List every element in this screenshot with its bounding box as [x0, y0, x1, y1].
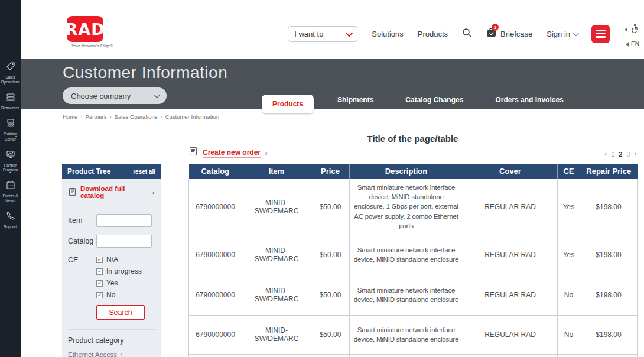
chevron-left-icon	[625, 27, 627, 32]
catalog-filter-row: Catalog	[68, 235, 155, 248]
top-header: RAD Your Network's Edge® I want to Solut…	[21, 0, 644, 59]
table-row[interactable]	[189, 354, 638, 357]
products-table: Catalog Item Price Description Cover CE …	[188, 164, 637, 357]
breadcrumb-customer-information: Customer Information	[165, 113, 219, 120]
tab-orders-invoices[interactable]: Orders and Invoices	[487, 90, 571, 113]
create-new-order-label: Create new order	[203, 148, 261, 158]
brand-tagline: Your Network's Edge®	[60, 44, 125, 48]
ce-options: ✓ N/A ✓ In progress ✓ Yes ✓ No	[96, 255, 142, 299]
checkbox-checked-icon: ✓	[96, 257, 103, 263]
sidebar-item-label: Partner Program	[0, 163, 21, 173]
col-header-item: Item	[242, 164, 311, 178]
col-header-cover: Cover	[463, 164, 558, 178]
table-title: Title of the page/table	[188, 134, 637, 144]
sidebar-item-label: Sales Operations	[0, 75, 21, 85]
breadcrumb-separator: ›	[109, 113, 111, 120]
tab-shipments[interactable]: Shipments	[329, 90, 382, 113]
order-form-icon	[188, 147, 199, 159]
tab-catalog-changes[interactable]: Catalog Changes	[397, 90, 471, 113]
chevron-down-icon	[346, 29, 353, 37]
sidebar-item-partner-program[interactable]: Partner Program	[0, 150, 21, 173]
search-button[interactable]: Search	[96, 305, 145, 320]
table-row[interactable]: 6790000000 MINID-SW/DEMARC $50.00 Smart …	[189, 315, 638, 354]
company-select-label: Choose company	[71, 92, 131, 100]
sidebar-item-training-center[interactable]: Training Center	[0, 118, 21, 141]
chevron-right-icon: ›	[152, 189, 155, 197]
pagination-prev[interactable]: ‹	[604, 150, 607, 158]
sign-in-button[interactable]: Sign in	[547, 30, 577, 38]
download-catalog-link[interactable]: Download full catalog ›	[68, 185, 155, 200]
sidebar-item-resources[interactable]: Resources	[0, 92, 21, 111]
sidebar-item-label: Events & News	[0, 194, 21, 203]
edge-widgets: EN	[616, 21, 644, 50]
category-ethernet-access[interactable]: Ethernet Access ›	[68, 350, 155, 357]
main-nav: I want to Solutions Products 1 Briefcase…	[288, 24, 610, 43]
item-input[interactable]	[96, 214, 152, 227]
breadcrumb-partners[interactable]: Partners	[86, 113, 107, 120]
catalog-label: Catalog	[68, 237, 96, 245]
sidebar-item-label: Resources	[1, 106, 19, 111]
breadcrumb: Home › Partners › Sales Operations › Cus…	[63, 113, 219, 120]
table-row[interactable]: 6790000000 MINID-SW/DEMARC $50.00 Smart …	[189, 275, 638, 315]
pagination-next[interactable]: ›	[635, 150, 637, 158]
product-tree-panel: Product Tree reset all Download full cat…	[62, 164, 161, 357]
catalog-icon	[68, 187, 77, 199]
checkbox-checked-icon: ✓	[96, 268, 103, 275]
table-row[interactable]: 6790000000 MINID-SW/DEMARC $50.00 Smart …	[189, 235, 638, 275]
page-title: Customer Information	[63, 63, 227, 82]
col-header-description: Description	[350, 164, 463, 178]
pagination: ‹ 1 2 3 ›	[604, 150, 637, 159]
checkbox-checked-icon: ✓	[96, 280, 103, 287]
sign-in-label: Sign in	[547, 30, 570, 38]
ce-filter-row: CE ✓ N/A ✓ In progress ✓ Yes ✓ No	[68, 255, 155, 299]
tag-icon	[6, 61, 15, 73]
tab-products[interactable]: Products	[262, 95, 314, 113]
col-header-repair-price: Repair Price	[580, 164, 638, 178]
sidebar-item-events-news[interactable]: Events & News	[0, 180, 21, 203]
item-filter-row: Item	[68, 214, 155, 227]
catalog-input[interactable]	[96, 235, 152, 248]
sidebar-item-sales-operations[interactable]: Sales Operations	[0, 61, 21, 85]
company-select[interactable]: Choose company	[63, 87, 167, 104]
nav-link-products[interactable]: Products	[418, 30, 448, 38]
sidebar-item-label: Training Center	[0, 132, 21, 141]
ce-option-na[interactable]: ✓ N/A	[96, 255, 142, 264]
chevron-right-icon: ›	[265, 149, 268, 157]
training-icon	[6, 118, 15, 130]
breadcrumb-home[interactable]: Home	[63, 113, 77, 120]
chevron-down-icon	[154, 92, 160, 98]
i-want-to-label: I want to	[294, 30, 323, 38]
i-want-to-select[interactable]: I want to	[288, 26, 357, 42]
table-row[interactable]: 6790000000 MINID-SW/DEMARC $50.00 Smart …	[189, 178, 638, 235]
product-tree-title: Product Tree	[67, 167, 110, 176]
sidebar-item-support[interactable]: Support	[0, 211, 21, 229]
resources-icon	[6, 92, 15, 104]
ce-option-yes[interactable]: ✓ Yes	[96, 279, 142, 287]
table-toolbar: Create new order › ‹ 1 2 3 ›	[188, 147, 637, 159]
pagination-page-1[interactable]: 1	[611, 151, 614, 158]
rad-logo[interactable]: RAD	[67, 16, 103, 42]
briefcase-button[interactable]: 1 Briefcase	[486, 28, 532, 40]
ce-option-no[interactable]: ✓ No	[96, 291, 142, 299]
pagination-page-2-current[interactable]: 2	[619, 151, 622, 158]
accessibility-icon	[630, 24, 639, 35]
breadcrumb-sales-operations[interactable]: Sales Operations	[115, 113, 158, 120]
page-header-band: Customer Information Choose company Prod…	[21, 59, 644, 109]
language-label: EN	[631, 41, 639, 47]
menu-button[interactable]	[591, 25, 610, 43]
sidebar-item-label: Support	[4, 225, 17, 229]
chevron-left-icon	[626, 42, 629, 47]
phone-icon	[6, 211, 15, 223]
search-icon[interactable]	[462, 28, 472, 40]
reset-all-link[interactable]: reset all	[133, 168, 155, 175]
ce-option-in-progress[interactable]: ✓ In progress	[96, 267, 142, 275]
language-widget[interactable]: EN	[616, 38, 644, 50]
ce-label: CE	[68, 255, 96, 264]
create-new-order-link[interactable]: Create new order ›	[188, 147, 268, 159]
app-sidebar: Sales Operations Resources Training Cent…	[0, 0, 21, 357]
nav-link-solutions[interactable]: Solutions	[372, 30, 403, 38]
col-header-price: Price	[311, 164, 350, 178]
pagination-page-3[interactable]: 3	[626, 151, 630, 158]
accessibility-widget[interactable]	[616, 21, 644, 38]
chevron-right-icon: ›	[120, 350, 122, 357]
